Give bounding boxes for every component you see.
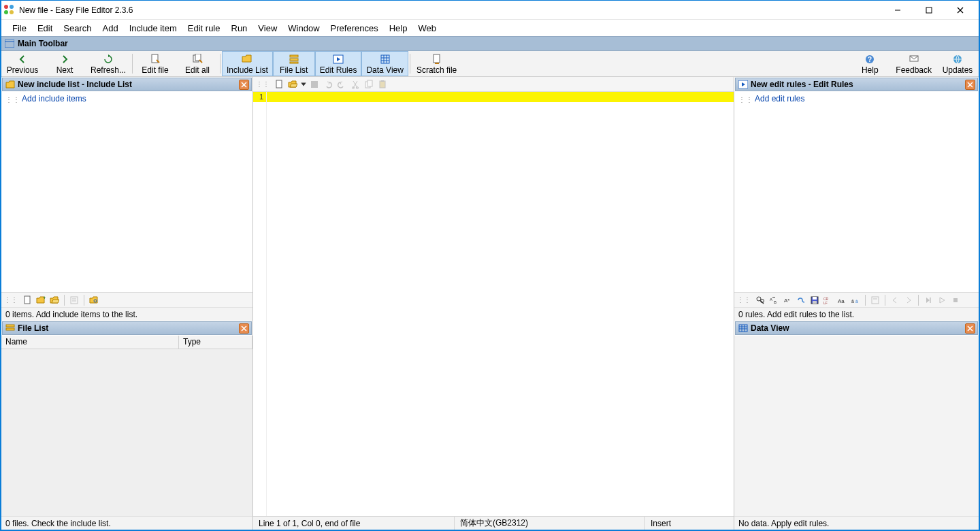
toolbar-label: Edit Rules: [320, 65, 357, 75]
chain-icon[interactable]: [794, 294, 808, 306]
toolbar-help[interactable]: ? Help: [849, 51, 891, 76]
replace-ab-icon[interactable]: AB: [767, 294, 781, 306]
toolbar-edit-file[interactable]: Edit file: [134, 51, 176, 76]
stop-icon: [949, 294, 962, 306]
run-to-end-icon: [921, 294, 935, 306]
crlf-icon[interactable]: CRLF: [821, 294, 835, 306]
panel-close-button[interactable]: [965, 80, 975, 90]
toolbar-file-list[interactable]: File List: [273, 51, 315, 76]
play-icon: [738, 80, 749, 89]
toolbar-updates[interactable]: Updates: [936, 51, 979, 76]
play-rules-icon: [333, 54, 344, 65]
folder-open-icon[interactable]: [48, 294, 61, 306]
dropdown-arrow-icon[interactable]: [299, 78, 308, 91]
toolbar-feedback[interactable]: Feedback: [891, 51, 936, 76]
file-list-hint: 0 files. Check the include list.: [1, 516, 252, 530]
menu-preferences[interactable]: Preferences: [325, 20, 384, 36]
svg-text:?: ?: [868, 56, 872, 63]
add-edit-rules-link[interactable]: Add edit rules: [755, 94, 804, 103]
include-list-toolbar: ⋮⋮ +: [1, 292, 252, 307]
folder-plus-icon[interactable]: +: [34, 294, 48, 306]
edit-all-icon: [192, 54, 203, 65]
menu-view[interactable]: View: [252, 20, 282, 36]
toolbar-label: Scratch file: [416, 65, 457, 75]
svg-rect-35: [276, 80, 282, 88]
transform-icon[interactable]: āà: [849, 294, 862, 306]
menu-edit-rule[interactable]: Edit rule: [182, 20, 226, 36]
maximize-button[interactable]: [913, 1, 945, 19]
menu-file[interactable]: File: [7, 20, 32, 36]
toolbar-edit-all[interactable]: Edit all: [176, 51, 218, 76]
right-column: New edit rules - Edit Rules ⋮⋮ Add edit …: [734, 77, 979, 530]
toolbar-next[interactable]: Next: [44, 51, 86, 76]
properties-icon: [67, 294, 81, 306]
column-type[interactable]: Type: [179, 336, 252, 349]
svg-rect-53: [813, 297, 817, 300]
toolbar-scratch-file[interactable]: Scratch file: [412, 51, 461, 76]
menu-edit[interactable]: Edit: [32, 20, 58, 36]
new-file-icon[interactable]: [20, 294, 34, 306]
toolbar-data-view[interactable]: Data View: [361, 51, 408, 76]
regex-icon[interactable]: A*: [781, 294, 794, 306]
step-forward-icon: [902, 294, 915, 306]
main-toolbar: Previous Next Refresh... Edit file Edit …: [1, 51, 979, 77]
column-name[interactable]: Name: [1, 336, 179, 349]
menu-web[interactable]: Web: [412, 20, 442, 36]
arrow-right-icon: [59, 54, 70, 65]
center-column: ⋮⋮ 1 Line 1 of 1, Col 0, end of file: [253, 77, 734, 530]
toolbar-separator: [132, 54, 133, 74]
copy-icon: [362, 78, 376, 91]
edit-rules-hint: 0 rules. Add edit rules to the list.: [734, 307, 979, 321]
folder-search-icon[interactable]: [87, 294, 101, 306]
svg-rect-4: [5, 39, 14, 48]
toolbar-label: File List: [280, 65, 308, 75]
panel-close-button[interactable]: [239, 80, 249, 90]
svg-text:B: B: [774, 300, 777, 304]
new-document-icon[interactable]: [272, 78, 286, 91]
menu-window[interactable]: Window: [282, 20, 325, 36]
editor-text-area[interactable]: 1: [253, 92, 734, 516]
grid-icon: [738, 323, 749, 333]
save-icon: [308, 78, 321, 91]
menu-include-item[interactable]: Include item: [124, 20, 182, 36]
svg-text:+: +: [43, 295, 46, 301]
toolbar-label: Next: [56, 65, 74, 75]
main-toolbar-header: Main Toolbar: [1, 36, 979, 51]
toolbar-separator: [885, 295, 885, 306]
edit-rules-toolbar: ⋮⋮ AB A* CRLF Aa āà: [734, 292, 979, 307]
case-aa-icon[interactable]: Aa: [835, 294, 849, 306]
cut-icon: [348, 78, 362, 91]
menu-search[interactable]: Search: [58, 20, 97, 36]
edit-rules-header: New edit rules - Edit Rules: [735, 78, 978, 91]
minimize-button[interactable]: [882, 1, 913, 19]
svg-rect-54: [813, 301, 817, 304]
svg-rect-1: [926, 7, 932, 13]
toolbar-edit-rules[interactable]: Edit Rules: [315, 51, 362, 76]
svg-rect-32: [6, 328, 14, 330]
save-disk-icon[interactable]: [808, 294, 821, 306]
open-folder-icon[interactable]: [286, 78, 299, 91]
toolbar-previous[interactable]: Previous: [1, 51, 44, 76]
window-title: New file - Easy File Editor 2.3.6: [19, 5, 882, 15]
file-list-columns: Name Type: [1, 336, 252, 349]
status-encoding: 简体中文(GB2312): [455, 517, 645, 530]
toolbar-refresh[interactable]: Refresh...: [86, 51, 131, 76]
find-icon[interactable]: [753, 294, 767, 306]
data-view-title: Data View: [751, 323, 965, 333]
close-button[interactable]: [945, 1, 976, 19]
menu-add[interactable]: Add: [97, 20, 124, 36]
menu-help[interactable]: Help: [384, 20, 413, 36]
panel-close-button[interactable]: [965, 323, 975, 334]
grip-icon: ⋮⋮: [5, 96, 20, 103]
app-icon: [4, 5, 15, 16]
editor-content[interactable]: [267, 92, 734, 516]
toolbar-label: Edit all: [185, 65, 210, 75]
toolbar-include-list[interactable]: Include List: [222, 51, 273, 76]
toolbar-separator: [220, 54, 220, 74]
menu-run[interactable]: Run: [226, 20, 253, 36]
toolbar-separator: [64, 295, 65, 306]
panel-close-button[interactable]: [239, 323, 249, 334]
add-include-items-link[interactable]: Add include items: [22, 94, 86, 103]
svg-text:A*: A*: [784, 297, 789, 304]
refresh-icon: [103, 54, 114, 65]
